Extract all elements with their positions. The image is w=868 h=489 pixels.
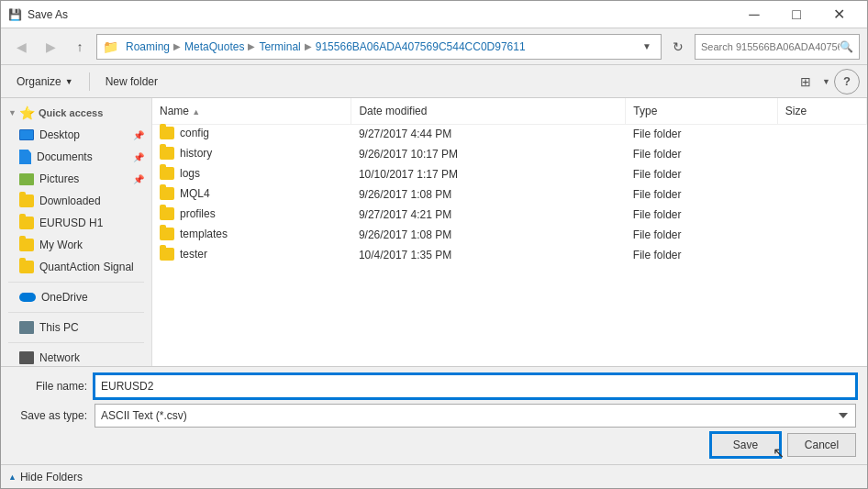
cell-name: history: [152, 144, 351, 164]
cell-date: 9/26/2017 1:08 PM: [351, 225, 626, 245]
quantaction-icon: [19, 261, 34, 273]
table-row[interactable]: history 9/26/2017 10:17 PM File folder: [152, 144, 867, 164]
sidebar-desktop-label: Desktop: [39, 128, 80, 141]
titlebar-icon: 💾: [8, 8, 22, 21]
search-input[interactable]: [701, 41, 840, 52]
cell-type: File folder: [626, 144, 777, 164]
downloaded-icon: [19, 194, 34, 207]
refresh-button[interactable]: ↻: [665, 34, 691, 60]
sidebar-item-documents[interactable]: Documents 📌: [1, 146, 151, 168]
view-button[interactable]: ⊞: [793, 69, 818, 94]
network-icon: [19, 351, 34, 364]
hide-folders-chevron: ▲: [8, 472, 17, 482]
cell-date: 10/10/2017 1:17 PM: [351, 164, 626, 184]
toolbar-separator: [89, 72, 90, 91]
table-row[interactable]: tester 10/4/2017 1:35 PM File folder: [152, 245, 867, 265]
cell-type: File folder: [626, 205, 777, 225]
breadcrumb-dropdown[interactable]: ▼: [639, 39, 655, 53]
cell-name: profiles: [152, 205, 351, 225]
table-row[interactable]: templates 9/26/2017 1:08 PM File folder: [152, 225, 867, 245]
name-sort-arrow: ▲: [192, 107, 200, 117]
column-type[interactable]: Type: [626, 98, 777, 124]
view-dropdown[interactable]: ▼: [822, 77, 830, 86]
toolbar-right: ⊞ ▼ ?: [793, 69, 860, 94]
main-area: ▼ ⭐ Quick access Desktop 📌 Documents 📌: [1, 98, 867, 366]
save-button[interactable]: Save ↖: [711, 433, 780, 457]
sidebar-quantaction-label: QuantAction Signal: [39, 261, 134, 273]
sidebar-network-label: Network: [39, 351, 80, 364]
documents-icon: [19, 150, 31, 164]
sidebar-section-quickaccess: ▼ ⭐ Quick access Desktop 📌 Documents 📌: [1, 102, 151, 278]
minimize-button[interactable]: ─: [733, 1, 775, 28]
addressbar: ◀ ▶ ↑ 📁 Roaming ▶ MetaQuotes ▶ Terminal …: [1, 28, 867, 65]
column-name[interactable]: Name ▲: [152, 98, 351, 124]
toolbar: Organize ▼ New folder ⊞ ▼ ?: [1, 65, 867, 98]
sidebar-item-downloaded[interactable]: Downloaded: [1, 190, 151, 212]
organize-button[interactable]: Organize ▼: [8, 71, 82, 93]
forward-button[interactable]: ▶: [38, 34, 63, 60]
breadcrumb-bar: 📁 Roaming ▶ MetaQuotes ▶ Terminal ▶ 9155…: [96, 34, 662, 60]
cell-date: 10/4/2017 1:35 PM: [351, 245, 626, 265]
column-date[interactable]: Date modified: [351, 98, 626, 124]
table-row[interactable]: MQL4 9/26/2017 1:08 PM File folder: [152, 184, 867, 205]
sidebar-item-onedrive[interactable]: OneDrive: [1, 286, 151, 308]
titlebar: 💾 Save As ─ □ ✕: [1, 1, 867, 28]
hide-folders-button[interactable]: ▲ Hide Folders: [8, 471, 83, 483]
sidebar-item-pictures[interactable]: Pictures 📌: [1, 168, 151, 190]
search-icon[interactable]: 🔍: [840, 40, 853, 53]
cell-size: [777, 164, 866, 184]
sidebar-downloaded-label: Downloaded: [39, 194, 101, 207]
up-button[interactable]: ↑: [67, 34, 93, 60]
sidebar-item-network[interactable]: Network: [1, 347, 151, 366]
mywork-icon: [19, 239, 34, 251]
cell-size: [777, 184, 866, 205]
table-row[interactable]: profiles 9/27/2017 4:21 PM File folder: [152, 205, 867, 225]
cell-size: [777, 124, 866, 144]
cell-size: [777, 144, 866, 164]
sidebar-item-quantaction[interactable]: QuantAction Signal: [1, 256, 151, 278]
new-folder-label: New folder: [106, 75, 158, 88]
maximize-button[interactable]: □: [775, 1, 818, 28]
table-row[interactable]: config 9/27/2017 4:44 PM File folder: [152, 124, 867, 144]
file-list-header: Name ▲ Date modified Type Size: [152, 98, 867, 124]
filename-label: File name:: [12, 380, 95, 393]
desktop-pin-icon: 📌: [133, 130, 144, 140]
hide-folders-label: Hide Folders: [20, 471, 83, 483]
cancel-button[interactable]: Cancel: [787, 433, 856, 457]
close-button[interactable]: ✕: [818, 1, 860, 28]
quickaccess-chevron: ▼: [8, 108, 17, 117]
cell-name: logs: [152, 164, 351, 184]
table-row[interactable]: logs 10/10/2017 1:17 PM File folder: [152, 164, 867, 184]
sidebar-item-thispc[interactable]: This PC: [1, 317, 151, 339]
filename-input[interactable]: [95, 374, 856, 398]
sidebar-item-desktop[interactable]: Desktop 📌: [1, 124, 151, 146]
save-label: Save: [733, 439, 758, 451]
eurusd-icon: [19, 217, 34, 229]
breadcrumb-id[interactable]: 915566BA06ADA407569C544CC0D97611: [316, 40, 526, 53]
documents-pin-icon: 📌: [133, 152, 144, 162]
column-size[interactable]: Size: [777, 98, 866, 124]
pictures-icon: [19, 173, 34, 185]
filetype-select[interactable]: ASCII Text (*.csv): [95, 404, 856, 428]
sidebar-item-mywork[interactable]: My Work: [1, 234, 151, 256]
new-folder-button[interactable]: New folder: [97, 71, 166, 93]
quickaccess-header[interactable]: ▼ ⭐ Quick access: [1, 102, 151, 124]
thispc-icon: [19, 321, 34, 334]
sidebar-documents-label: Documents: [37, 150, 93, 163]
cancel-label: Cancel: [805, 439, 839, 451]
back-button[interactable]: ◀: [8, 34, 34, 60]
quickaccess-label: Quick access: [39, 107, 103, 118]
file-list: Name ▲ Date modified Type Size config: [152, 98, 867, 265]
sidebar-mywork-label: My Work: [39, 239, 83, 251]
footer: ▲ Hide Folders: [1, 464, 867, 488]
cell-name: config: [152, 124, 351, 144]
breadcrumb-metaquotes[interactable]: MetaQuotes: [184, 40, 244, 53]
breadcrumb-terminal[interactable]: Terminal: [259, 40, 300, 53]
cell-type: File folder: [626, 164, 777, 184]
breadcrumb-roaming[interactable]: Roaming: [126, 40, 170, 53]
cell-size: [777, 205, 866, 225]
help-button[interactable]: ?: [834, 69, 860, 94]
titlebar-controls: ─ □ ✕: [733, 1, 860, 28]
sidebar-item-eurusd[interactable]: EURUSD H1: [1, 212, 151, 234]
sidebar-sep-1: [8, 282, 144, 283]
